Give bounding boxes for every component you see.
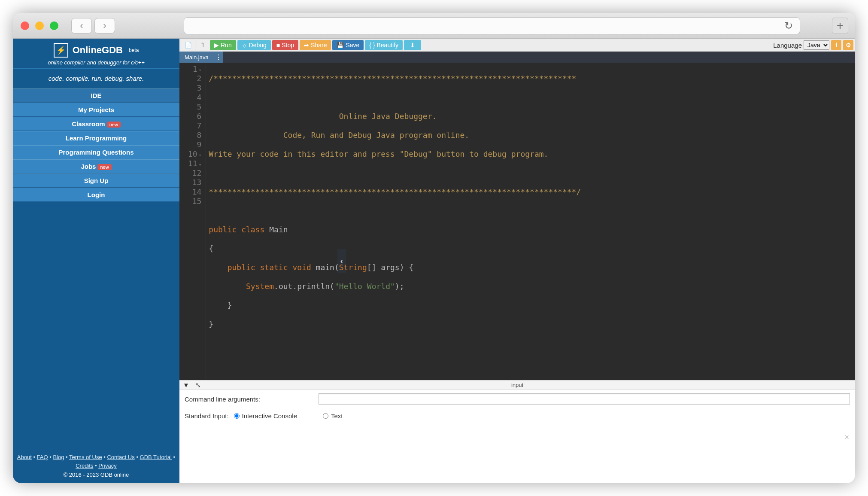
upload-icon: ⇧ [200,42,205,49]
copyright-text: © 2016 - 2023 GDB online [15,471,177,480]
window-controls [21,21,58,30]
browser-titlebar: ‹ › ↻ + [13,13,855,39]
footer-link-faq[interactable]: FAQ [37,454,48,460]
close-panel-button[interactable]: × [844,433,849,442]
footer-link-privacy[interactable]: Privacy [98,463,117,469]
language-label: Language [773,42,802,49]
new-badge: new [97,164,111,170]
brand-name: OnlineGDB [73,45,123,56]
sidebar: ⚡ OnlineGDB beta online compiler and deb… [13,39,179,483]
cmd-args-input[interactable] [319,393,850,405]
new-badge: new [107,122,121,128]
line-gutter: 1▾ 2 3 4 5 6 7 8 9 10▾ 11▾ 12 13 14 15 [179,63,206,380]
maximize-window-button[interactable] [50,21,58,30]
gear-icon: ⚙ [846,42,851,49]
debug-button[interactable]: ☼Debug [237,40,271,50]
file-icon: 📄 [185,42,192,49]
close-window-button[interactable] [21,21,29,30]
sidebar-item-learn-programming[interactable]: Learn Programming [13,131,179,145]
footer-link-credits[interactable]: Credits [76,463,93,469]
footer-link-blog[interactable]: Blog [53,454,64,460]
stdin-label: Standard Input: [185,412,229,420]
reload-icon[interactable]: ↻ [784,20,793,32]
sidebar-header: ⚡ OnlineGDB beta online compiler and deb… [13,39,179,68]
tab-menu-button[interactable]: ⋮ [214,52,223,63]
play-icon: ▶ [214,42,219,49]
sidebar-item-programming-questions[interactable]: Programming Questions [13,145,179,159]
brand-subtitle: online compiler and debugger for c/c++ [13,59,179,66]
sidebar-footer: About • FAQ • Blog • Terms of Use • Cont… [13,450,179,483]
beta-badge: beta [129,47,139,53]
sidebar-nav: IDE My Projects Classroomnew Learn Progr… [13,88,179,202]
download-button[interactable]: ⬇ [404,40,421,50]
beautify-button[interactable]: { } Beautify [365,40,403,50]
expand-icon[interactable]: ⤡ [195,381,201,389]
sidebar-item-ide[interactable]: IDE [13,88,179,103]
brand-tagline: code. compile. run. debug. share. [13,68,179,88]
share-icon: ➦ [304,42,309,49]
settings-button[interactable]: ⚙ [843,40,853,50]
forward-button[interactable]: › [94,18,115,33]
input-panel: ▼ ⤡ input Command line arguments: Standa… [179,380,855,483]
stdin-text-label: Text [331,412,343,420]
main-area: ‹ 📄 ⇧ ▶Run ☼Debug ■Stop ➦Share 💾Save { }… [179,39,855,483]
code-content[interactable]: /***************************************… [206,63,855,380]
footer-link-about[interactable]: About [17,454,32,460]
sidebar-item-my-projects[interactable]: My Projects [13,103,179,117]
stdin-interactive-label: Interactive Console [242,412,297,420]
upload-button[interactable]: ⇧ [197,40,209,50]
file-tab-main-java[interactable]: Main.java [179,52,214,63]
panel-title: input [511,382,523,388]
stop-icon: ■ [276,42,280,49]
code-editor[interactable]: 1▾ 2 3 4 5 6 7 8 9 10▾ 11▾ 12 13 14 15 /… [179,63,855,380]
run-button[interactable]: ▶Run [210,40,236,50]
footer-link-contact[interactable]: Contact Us [107,454,134,460]
download-icon: ⬇ [410,42,415,49]
cmd-args-label: Command line arguments: [185,396,260,403]
browser-window: ‹ › ↻ + ⚡ OnlineGDB beta online compiler… [13,13,855,483]
language-select[interactable]: Java [804,40,829,50]
sidebar-item-sign-up[interactable]: Sign Up [13,173,179,188]
info-button[interactable]: ℹ [831,40,841,50]
chevron-down-icon[interactable]: ▼ [183,381,189,389]
sidebar-item-classroom[interactable]: Classroomnew [13,117,179,131]
save-button[interactable]: 💾Save [332,40,364,50]
file-tabs: Main.java ⋮ [179,52,855,63]
footer-link-gdb-tutorial[interactable]: GDB Tutorial [140,454,172,460]
info-icon: ℹ [835,42,838,49]
footer-link-terms[interactable]: Terms of Use [69,454,102,460]
stdin-text-radio[interactable] [323,413,328,419]
new-file-button[interactable]: 📄 [181,40,195,50]
stop-button[interactable]: ■Stop [272,40,298,50]
save-icon: 💾 [337,42,344,49]
logo-icon: ⚡ [54,43,68,58]
sidebar-item-login[interactable]: Login [13,188,179,202]
toolbar: 📄 ⇧ ▶Run ☼Debug ■Stop ➦Share 💾Save { } B… [179,39,855,52]
share-button[interactable]: ➦Share [300,40,331,50]
back-button[interactable]: ‹ [71,18,92,33]
stdin-interactive-radio[interactable] [234,413,240,419]
new-tab-button[interactable]: + [832,18,848,34]
address-bar[interactable]: ↻ [184,17,800,34]
minimize-window-button[interactable] [35,21,44,30]
debug-icon: ☼ [242,42,247,49]
sidebar-item-jobs[interactable]: Jobsnew [13,159,179,173]
